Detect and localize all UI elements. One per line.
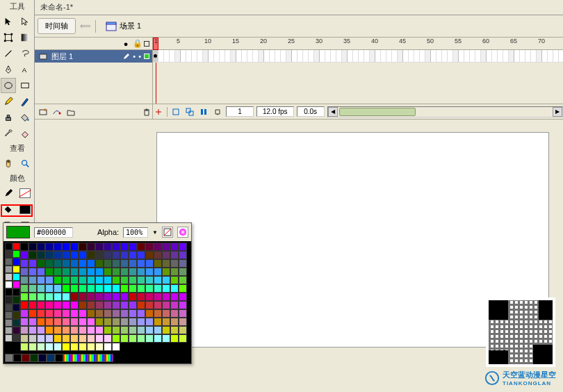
swatch[interactable] xyxy=(45,334,54,343)
swatch[interactable] xyxy=(162,284,170,293)
swatch[interactable] xyxy=(79,243,87,251)
swatch[interactable] xyxy=(20,309,28,318)
swatch[interactable] xyxy=(45,309,54,318)
swatch[interactable] xyxy=(87,334,95,343)
scroll-thumb[interactable] xyxy=(339,108,416,116)
swatch[interactable] xyxy=(79,268,87,276)
swatch[interactable] xyxy=(79,343,87,351)
swatch[interactable] xyxy=(79,251,87,259)
swatch[interactable] xyxy=(179,301,187,309)
frame-cell[interactable] xyxy=(392,50,398,62)
swatch[interactable] xyxy=(129,268,137,276)
swatch[interactable] xyxy=(137,301,145,309)
frame-cell[interactable] xyxy=(164,50,170,62)
swatch[interactable] xyxy=(62,309,70,318)
swatch[interactable] xyxy=(145,284,154,293)
swatch[interactable] xyxy=(104,334,112,343)
swatch[interactable] xyxy=(37,276,45,284)
swatch[interactable] xyxy=(95,343,104,351)
swatch[interactable] xyxy=(70,318,79,326)
swatch[interactable] xyxy=(28,318,37,326)
frame-cell[interactable] xyxy=(281,50,286,62)
add-folder-btn[interactable] xyxy=(65,106,76,117)
frame-cell[interactable] xyxy=(197,50,203,62)
swatch[interactable] xyxy=(104,251,112,259)
swatch[interactable] xyxy=(45,251,54,259)
frame-cell[interactable] xyxy=(342,50,348,62)
stroke-color-tool[interactable] xyxy=(1,186,16,201)
swatch[interactable] xyxy=(112,284,120,293)
frame-cell[interactable] xyxy=(386,50,392,62)
frame-cell[interactable] xyxy=(192,50,197,62)
swatch[interactable] xyxy=(104,259,112,268)
swatch[interactable] xyxy=(179,293,187,301)
frame-cell[interactable] xyxy=(464,50,470,62)
frame-cell[interactable] xyxy=(436,50,442,62)
swatch[interactable] xyxy=(28,301,37,309)
swatch[interactable] xyxy=(37,309,45,318)
swatch[interactable] xyxy=(54,343,62,351)
swatch[interactable] xyxy=(129,284,137,293)
swatch[interactable] xyxy=(137,326,145,334)
frame-cell[interactable] xyxy=(370,50,375,62)
swatch[interactable] xyxy=(170,301,179,309)
frame-row[interactable] xyxy=(153,50,563,63)
swatch[interactable] xyxy=(120,284,129,293)
swatch[interactable] xyxy=(70,259,79,268)
frame-cell[interactable] xyxy=(203,50,209,62)
frame-cell[interactable] xyxy=(270,50,275,62)
swatch[interactable] xyxy=(129,301,137,309)
swatch[interactable] xyxy=(137,243,145,251)
timeline-button[interactable]: 时间轴 xyxy=(38,18,76,34)
frame-cell[interactable] xyxy=(420,50,425,62)
swatch[interactable] xyxy=(62,284,70,293)
swatch[interactable] xyxy=(154,276,162,284)
swatch[interactable] xyxy=(137,259,145,268)
frame-cell[interactable] xyxy=(186,50,192,62)
swatch[interactable] xyxy=(95,284,104,293)
frame-cell[interactable] xyxy=(398,50,403,62)
swatch[interactable] xyxy=(13,258,20,266)
frame-cell[interactable] xyxy=(414,50,420,62)
frame-cell[interactable] xyxy=(498,50,503,62)
swatch[interactable] xyxy=(120,326,129,334)
frame-cell[interactable] xyxy=(520,50,525,62)
frame-cell[interactable] xyxy=(231,50,236,62)
frame-cell[interactable] xyxy=(453,50,459,62)
fill-color-swatch[interactable] xyxy=(17,202,33,217)
swatch[interactable] xyxy=(62,326,70,334)
lock-icon[interactable]: 🔒 xyxy=(133,39,141,48)
swatch[interactable] xyxy=(95,268,104,276)
swatch[interactable] xyxy=(162,318,170,326)
swatch[interactable] xyxy=(28,251,37,259)
swatch[interactable] xyxy=(95,318,104,326)
text-tool[interactable]: A xyxy=(17,62,33,77)
swatch[interactable] xyxy=(179,268,187,276)
fill-color-tool[interactable] xyxy=(1,202,16,217)
swatch[interactable] xyxy=(62,301,70,309)
swatch[interactable] xyxy=(5,258,13,266)
swatch[interactable] xyxy=(95,293,104,301)
frame-cell[interactable] xyxy=(481,50,487,62)
frame-cell[interactable] xyxy=(475,50,481,62)
swatch[interactable] xyxy=(79,326,87,334)
swatch[interactable] xyxy=(5,266,13,273)
swatch[interactable] xyxy=(87,251,95,259)
swatch[interactable] xyxy=(104,318,112,326)
swatch[interactable] xyxy=(145,259,154,268)
frame-cell[interactable] xyxy=(286,50,292,62)
eyedropper-tool[interactable] xyxy=(1,126,16,141)
swatch[interactable] xyxy=(179,284,187,293)
swatch[interactable] xyxy=(28,268,37,276)
frame-cell[interactable] xyxy=(209,50,214,62)
layer-lock-dot[interactable]: • xyxy=(138,52,141,60)
frame-cell[interactable] xyxy=(303,50,309,62)
swatch[interactable] xyxy=(87,276,95,284)
swatch[interactable] xyxy=(5,327,13,334)
swatch[interactable] xyxy=(13,311,20,319)
custom-swatch[interactable] xyxy=(47,354,55,362)
swatch[interactable] xyxy=(54,284,62,293)
frame-cell[interactable] xyxy=(225,50,231,62)
swatch[interactable] xyxy=(70,343,79,351)
swatch[interactable] xyxy=(145,301,154,309)
